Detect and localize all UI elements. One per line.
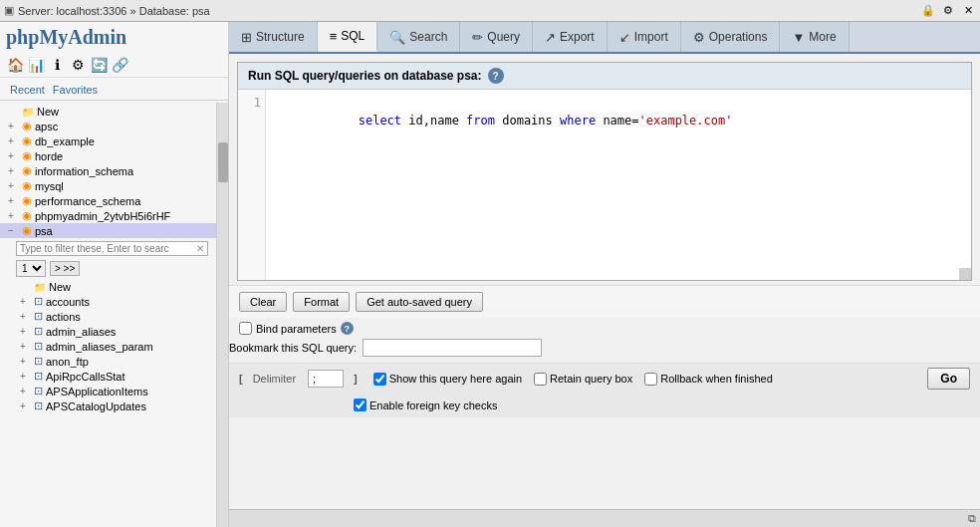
tab-import[interactable]: ↙ Import <box>608 22 681 52</box>
list-item[interactable]: + ◉ apsc <box>0 119 216 133</box>
tree-label: New <box>49 281 71 293</box>
bind-params-label[interactable]: Bind parameters ? <box>239 322 970 335</box>
list-item[interactable]: + ⊡ ApiRpcCallsStat <box>0 369 216 384</box>
bind-params-help-icon[interactable]: ? <box>341 322 354 335</box>
list-item[interactable]: + ◉ db_example <box>0 133 216 148</box>
tab-favorites[interactable]: Favorites <box>49 82 102 98</box>
foreign-key-row: Enable foreign key checks <box>229 395 980 417</box>
go-button[interactable]: Go <box>927 368 970 390</box>
tab-structure[interactable]: ⊞ Structure <box>229 22 318 52</box>
bookmark-input[interactable] <box>363 339 542 357</box>
page-next-btn[interactable]: > >> <box>50 261 80 276</box>
page-select[interactable]: 1 <box>16 260 46 277</box>
logo-suffix: MyAdmin <box>39 26 126 48</box>
gear-icon[interactable]: ⚙ <box>940 3 956 19</box>
list-item[interactable]: + ⊡ accounts <box>0 294 216 309</box>
close-window-icon[interactable]: ✕ <box>960 3 976 19</box>
foreign-key-label[interactable]: Enable foreign key checks <box>354 398 970 411</box>
keyword-where: where <box>560 114 596 128</box>
clear-button[interactable]: Clear <box>239 292 287 312</box>
table-icon: ⊡ <box>34 355 43 368</box>
table-icon: ⊡ <box>34 295 43 308</box>
bind-params-row: Bind parameters ? <box>229 318 980 339</box>
scrollbar-thumb[interactable] <box>218 142 228 182</box>
show-query-checkbox[interactable] <box>373 373 386 386</box>
breadcrumb-title: Server: localhost:3306 » Database: psa <box>18 5 210 17</box>
list-item[interactable]: + ⊡ APSApplicationItems <box>0 384 216 398</box>
retain-box-checkbox[interactable] <box>534 373 547 386</box>
rollback-label[interactable]: Rollback when finished <box>644 373 773 386</box>
lock-icon: 🔒 <box>920 3 936 19</box>
list-item[interactable]: + ◉ phpmyadmin_2ytvbH5i6rHF <box>0 208 216 223</box>
format-button[interactable]: Format <box>293 292 350 312</box>
list-item[interactable]: + ⊡ admin_aliases <box>0 324 216 339</box>
tree-label: New <box>37 106 59 118</box>
list-item[interactable]: + ⊡ APSCatalogUpdates <box>0 398 216 413</box>
refresh-icon[interactable]: 🔄 <box>90 56 108 74</box>
bind-params-checkbox[interactable] <box>239 322 252 335</box>
bookmark-row: Bookmark this SQL query: <box>229 339 980 357</box>
list-item[interactable]: + ◉ performance_schema <box>0 193 216 208</box>
tab-more[interactable]: ▼ More <box>780 22 849 52</box>
sql-button-row: Clear Format Get auto-saved query <box>229 285 980 318</box>
list-item[interactable]: + ◉ mysql <box>0 178 216 193</box>
list-item[interactable]: + ◉ information_schema <box>0 163 216 178</box>
home-icon[interactable]: 🏠 <box>6 56 24 74</box>
db-icon: ◉ <box>22 120 32 132</box>
expander-icon: + <box>20 326 34 337</box>
tree-label: phpmyadmin_2ytvbH5i6rHF <box>35 210 170 222</box>
resize-handle[interactable] <box>959 268 971 280</box>
window-icon: ▣ <box>4 4 14 17</box>
filter-input[interactable] <box>20 243 196 254</box>
filter-clear-icon[interactable]: ✕ <box>196 243 204 254</box>
foreign-key-checkbox[interactable] <box>354 398 367 411</box>
tab-operations[interactable]: ⚙ Operations <box>681 22 781 52</box>
tab-label: Query <box>487 30 520 44</box>
sql-text3: name= <box>596 114 638 128</box>
list-item[interactable]: + ⊡ admin_aliases_param <box>0 339 216 354</box>
tree-label: mysql <box>35 180 64 192</box>
operations-icon: ⚙ <box>693 30 705 45</box>
db-icon: ◉ <box>22 179 32 192</box>
show-query-label[interactable]: Show this query here again <box>373 373 522 386</box>
tab-search[interactable]: 🔍 Search <box>377 22 460 52</box>
tab-label: Structure <box>256 30 305 44</box>
filter-container: ✕ <box>0 238 216 258</box>
list-item[interactable]: + ⊡ anon_ftp <box>0 354 216 369</box>
auto-saved-button[interactable]: Get auto-saved query <box>356 292 483 312</box>
sidebar-scrollbar[interactable] <box>216 103 228 527</box>
sidebar-tab-bar: Recent Favorites <box>0 78 228 98</box>
rollback-checkbox[interactable] <box>644 373 657 386</box>
stats-icon[interactable]: 📊 <box>27 56 45 74</box>
sql-code-display[interactable]: select id,name from domains where name='… <box>266 90 971 280</box>
bind-params-text: Bind parameters <box>256 323 337 335</box>
list-item[interactable]: + ⊡ actions <box>0 309 216 324</box>
help-icon[interactable]: ? <box>488 68 504 84</box>
new-folder-icon: 📁 <box>22 107 34 118</box>
sql-editor-area: 1 select id,name from domains where name… <box>238 90 971 280</box>
status-icon[interactable]: ⧉ <box>968 512 976 525</box>
sql-text: id,name <box>401 114 466 128</box>
info-icon[interactable]: ℹ <box>48 56 66 74</box>
db-icon: ◉ <box>22 164 32 177</box>
list-item[interactable]: + ◉ horde <box>0 148 216 163</box>
retain-box-label[interactable]: Retain query box <box>534 373 632 386</box>
delimiter-input[interactable] <box>308 370 344 388</box>
tree-label: actions <box>46 311 81 323</box>
delimiter-bracket-open: [ <box>239 373 243 385</box>
tab-query[interactable]: ✏ Query <box>460 22 533 52</box>
tab-sql[interactable]: ≡ SQL <box>318 22 378 52</box>
expander-icon: + <box>20 356 34 367</box>
table-icon: ⊡ <box>34 399 43 412</box>
link-icon[interactable]: 🔗 <box>111 56 128 74</box>
main-content: ⊞ Structure ≡ SQL 🔍 Search ✏ Query ↗ Exp… <box>229 22 980 527</box>
content-spacer <box>229 417 980 509</box>
tab-export[interactable]: ↗ Export <box>533 22 608 52</box>
settings-icon[interactable]: ⚙ <box>69 56 87 74</box>
tab-recent[interactable]: Recent <box>6 82 49 98</box>
tree-item-new-psa[interactable]: 📁 New <box>0 280 216 294</box>
tree-item-new-top[interactable]: 📁 New <box>0 105 216 119</box>
bookmark-label: Bookmark this SQL query: <box>229 342 357 354</box>
pagination-bar: 1 > >> <box>0 258 216 280</box>
tree-item-psa[interactable]: − ◉ psa <box>0 223 216 238</box>
